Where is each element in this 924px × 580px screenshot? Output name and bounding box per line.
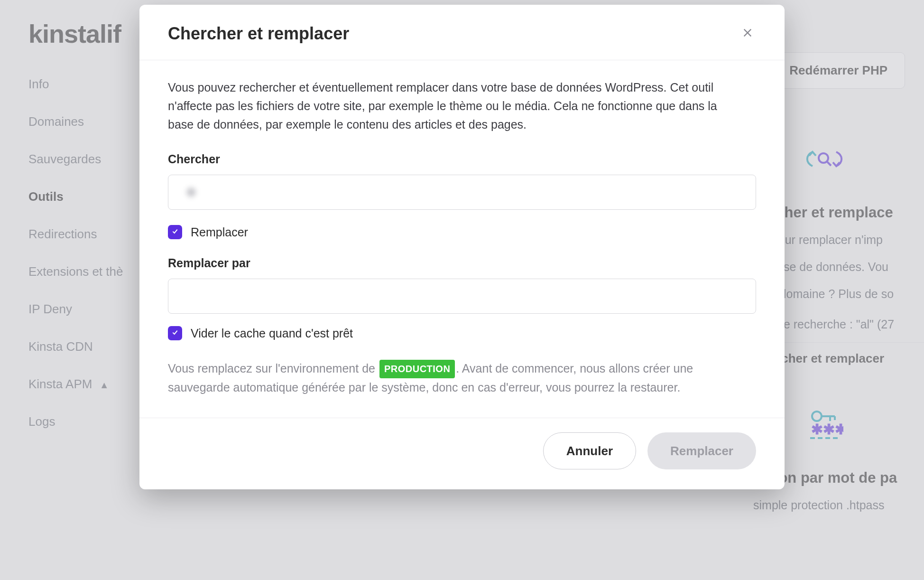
modal-body: Vous pouvez rechercher et éventuellement… bbox=[139, 60, 785, 418]
close-icon bbox=[742, 28, 753, 40]
modal-header: Chercher et remplacer bbox=[139, 5, 785, 60]
checkmark-icon bbox=[171, 328, 179, 338]
clear-cache-checkbox-label[interactable]: Vider le cache quand c'est prêt bbox=[191, 327, 353, 340]
checkmark-icon bbox=[171, 227, 179, 237]
modal-backdrop[interactable]: Chercher et remplacer Vous pouvez recher… bbox=[0, 0, 924, 580]
replace-with-label: Remplacer par bbox=[168, 256, 756, 270]
search-label: Chercher bbox=[168, 152, 756, 166]
replace-with-input[interactable] bbox=[168, 279, 756, 314]
close-button[interactable] bbox=[739, 25, 756, 42]
replace-checkbox-label[interactable]: Remplacer bbox=[191, 225, 248, 239]
cancel-button[interactable]: Annuler bbox=[543, 432, 636, 469]
search-input[interactable] bbox=[168, 175, 756, 210]
modal-footer: Annuler Remplacer bbox=[139, 418, 785, 489]
warning-prefix: Vous remplacez sur l'environnement de bbox=[168, 362, 379, 375]
clear-cache-checkbox[interactable] bbox=[168, 326, 182, 340]
replace-checkbox[interactable] bbox=[168, 225, 182, 239]
submit-replace-button[interactable]: Remplacer bbox=[647, 432, 756, 469]
environment-warning: Vous remplacez sur l'environnement de PR… bbox=[168, 359, 742, 397]
search-replace-modal: Chercher et remplacer Vous pouvez recher… bbox=[139, 5, 785, 489]
env-badge: PRODUCTION bbox=[379, 360, 455, 378]
modal-description: Vous pouvez rechercher et éventuellement… bbox=[168, 78, 742, 133]
modal-title: Chercher et remplacer bbox=[168, 24, 349, 44]
